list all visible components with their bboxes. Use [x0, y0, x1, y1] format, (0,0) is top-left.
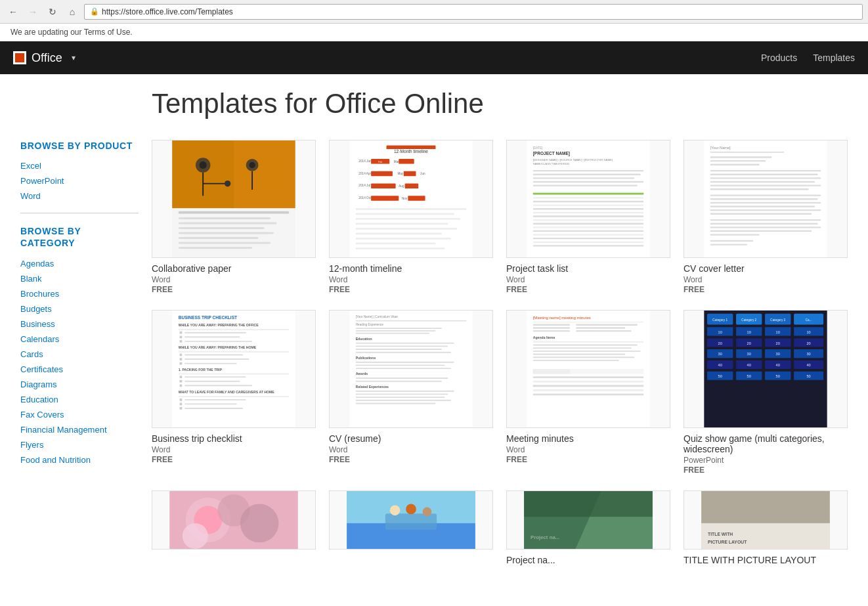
address-bar[interactable]: 🔒 https://store.office.live.com/Template… [84, 4, 863, 20]
sidebar-item-flyers[interactable]: Flyers [20, 440, 139, 450]
sidebar-item-education[interactable]: Education [20, 395, 139, 404]
svg-rect-58 [533, 185, 638, 186]
svg-text:40: 40 [747, 364, 751, 368]
svg-text:[DESIGNER NAME] | [SOURCE NAME: [DESIGNER NAME] | [SOURCE NAME] | [INSTR… [533, 158, 613, 162]
template-card-tasklist[interactable]: [DATE] [PROJECT NAME] [DESIGNER NAME] | … [506, 140, 670, 297]
template-name: Project na... [506, 555, 670, 565]
template-price: FREE [684, 465, 848, 475]
svg-rect-106 [184, 337, 240, 338]
svg-rect-126 [179, 397, 290, 398]
sidebar-item-certificates[interactable]: Certificates [20, 364, 139, 374]
main-content: BROWSE BY PRODUCT Excel PowerPoint Word … [7, 74, 861, 582]
svg-rect-12 [179, 217, 271, 219]
svg-rect-123 [180, 385, 183, 387]
svg-text:10: 10 [806, 330, 810, 334]
template-app: PowerPoint [684, 456, 848, 465]
sidebar-item-cards[interactable]: Cards [20, 349, 139, 359]
template-card-collaborative[interactable]: Collaborative paper Word FREE [152, 140, 316, 297]
svg-rect-131 [180, 407, 183, 410]
svg-point-235 [240, 504, 279, 543]
svg-rect-156 [356, 400, 451, 401]
svg-rect-142 [356, 346, 448, 347]
svg-rect-57 [533, 181, 644, 183]
svg-rect-30 [404, 171, 416, 176]
svg-rect-104 [184, 332, 246, 334]
svg-rect-37 [371, 196, 399, 201]
svg-text:Heading Experience: Heading Experience [356, 324, 383, 327]
templates-grid: Collaborative paper Word FREE 12-Month t… [152, 140, 848, 569]
template-card-photo[interactable] [329, 490, 493, 569]
nav-products[interactable]: Products [761, 53, 797, 63]
svg-rect-146 [356, 362, 454, 363]
svg-text:30: 30 [776, 353, 780, 357]
template-card-businesstrip[interactable]: BUSINESS TRIP CHECKLIST WHILE YOU ARE AW… [152, 310, 316, 477]
browser-bar: ← → ↻ ⌂ 🔒 https://store.office.live.com/… [0, 0, 868, 24]
forward-button[interactable]: → [25, 4, 41, 20]
svg-rect-165 [533, 330, 570, 332]
svg-rect-112 [184, 355, 243, 356]
template-card-cvresume[interactable]: [Your Name] | Curriculum Vitae Heading E… [329, 310, 493, 477]
home-button[interactable]: ⌂ [64, 4, 80, 20]
svg-rect-86 [710, 195, 821, 196]
sidebar-item-powerpoint[interactable]: PowerPoint [20, 176, 139, 186]
sidebar-item-diagrams[interactable]: Diagrams [20, 379, 139, 389]
sidebar-item-agendas[interactable]: Agendas [20, 259, 139, 269]
svg-rect-250 [701, 491, 830, 523]
svg-text:40: 40 [776, 364, 780, 368]
template-card-projectgreen[interactable]: Project na... Project na... [506, 490, 670, 569]
svg-rect-82 [710, 178, 821, 179]
sidebar-item-calendars[interactable]: Calendars [20, 334, 139, 344]
header-nav: Products Templates [761, 53, 855, 63]
sidebar-item-excel[interactable]: Excel [20, 161, 139, 171]
sidebar-item-blank[interactable]: Blank [20, 274, 139, 284]
svg-rect-55 [533, 174, 641, 175]
template-thumb-photo [329, 490, 493, 550]
svg-text:2014 Oct: 2014 Oct [358, 196, 372, 200]
sidebar-item-brochures[interactable]: Brochures [20, 289, 139, 299]
svg-text:1. PACKING FOR THE TRIP: 1. PACKING FOR THE TRIP [179, 368, 223, 372]
template-card-timeline[interactable]: 12-Month timeline 2014 Jan Feb Mar 2014 … [329, 140, 493, 297]
svg-rect-83 [710, 181, 815, 183]
svg-text:40: 40 [718, 364, 722, 368]
sidebar-item-word[interactable]: Word [20, 191, 139, 201]
svg-text:2014 Jul: 2014 Jul [358, 184, 370, 188]
svg-rect-163 [533, 328, 570, 329]
svg-text:WHAT TO LEAVE FOR FAMILY AND C: WHAT TO LEAVE FOR FAMILY AND CAREGIVERS … [179, 391, 275, 395]
svg-rect-33 [371, 184, 395, 188]
svg-rect-129 [180, 403, 183, 406]
svg-text:[Meeting name] meeting minutes: [Meeting name] meeting minutes [533, 316, 591, 320]
sidebar-item-fax-covers[interactable]: Fax Covers [20, 410, 139, 420]
template-card-meeting[interactable]: [Meeting name] meeting minutes Agenda It… [506, 310, 670, 477]
sidebar-item-budgets[interactable]: Budgets [20, 304, 139, 314]
sidebar-item-financial[interactable]: Financial Management [20, 425, 139, 435]
svg-text:Category 1: Category 1 [712, 318, 727, 322]
template-thumb-cvcover: [Your Name] [684, 140, 848, 258]
svg-point-9 [249, 162, 255, 168]
office-logo[interactable]: Office ▾ [13, 51, 76, 65]
svg-rect-120 [184, 377, 246, 378]
template-thumb-cvresume: [Your Name] | Curriculum Vitae Heading E… [329, 310, 493, 428]
office-chevron-icon[interactable]: ▾ [72, 53, 76, 62]
svg-rect-128 [184, 399, 246, 400]
svg-rect-43 [356, 223, 448, 225]
nav-templates[interactable]: Templates [813, 53, 855, 63]
svg-rect-111 [180, 354, 183, 357]
sidebar-item-business[interactable]: Business [20, 319, 139, 329]
svg-rect-141 [356, 343, 454, 344]
svg-text:40: 40 [806, 364, 810, 368]
svg-text:Awards: Awards [356, 372, 368, 376]
svg-point-241 [390, 506, 401, 516]
svg-rect-164 [576, 328, 625, 329]
template-card-cvcover[interactable]: [Your Name] [684, 140, 848, 297]
template-card-quiz[interactable]: Category 1 Category 2 Category 3 Ca... 1… [684, 310, 848, 477]
back-button[interactable]: ← [5, 4, 21, 20]
template-name: TITLE WITH PICTURE LAYOUT [684, 555, 848, 565]
reload-button[interactable]: ↻ [45, 4, 60, 20]
svg-rect-178 [533, 381, 644, 383]
template-name: Meeting minutes [506, 433, 670, 444]
template-card-titlelayout[interactable]: TITLE WITH PICTURE LAYOUT TITLE WITH PIC… [684, 490, 848, 569]
sidebar-item-food[interactable]: Food and Nutrition [20, 455, 139, 465]
template-thumb-floral [152, 490, 316, 550]
template-card-floral[interactable] [152, 490, 316, 569]
svg-rect-154 [356, 394, 448, 395]
